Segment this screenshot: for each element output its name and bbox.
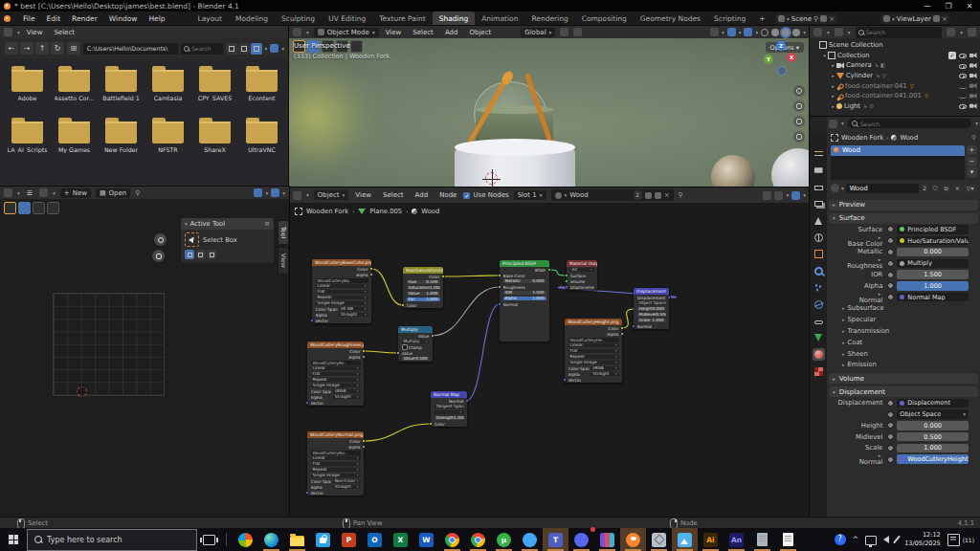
tab-compositing[interactable]: Compositing [575, 11, 634, 26]
taskbar-icon-teams[interactable]: T [543, 528, 568, 551]
dropdown-field[interactable]: Repeat▾ [316, 296, 368, 300]
properties-tab-view-layer[interactable] [813, 198, 825, 210]
hidden-eye-toggle[interactable] [959, 94, 967, 99]
input-socket[interactable] [498, 302, 501, 306]
node-header[interactable]: WoodCutleryNormal.png [307, 431, 364, 438]
properties-tab-output[interactable] [813, 181, 825, 193]
material-slots-list[interactable]: Wood [831, 145, 965, 180]
node-canvas[interactable]: Wooden Fork›Plane.005›Wood WoodCutleryBa… [289, 203, 810, 517]
expand-caret[interactable]: ▾ [821, 53, 828, 58]
dropdown-field[interactable]: sRGB▾ [590, 366, 618, 371]
dropdown-field[interactable]: Straight▾ [333, 485, 361, 490]
fake-user-shield-icon[interactable] [645, 192, 652, 199]
folder-item[interactable]: LA_AI_Scripts [4, 118, 51, 167]
browse-material-icon[interactable] [831, 184, 839, 192]
breadcrumb-item[interactable]: Wood [421, 208, 439, 215]
subpanel-subsurface[interactable]: ▸Subsurface [829, 303, 978, 315]
menu-add[interactable]: Add [413, 191, 431, 199]
taskbar-icon-utorrent[interactable]: µ [491, 528, 517, 551]
tab-layout[interactable]: Layout [190, 11, 229, 26]
toggle-grid-icon[interactable] [793, 131, 805, 143]
dropdown-field[interactable]: Repeat▾ [311, 378, 361, 383]
hidden-eye-toggle[interactable] [959, 84, 967, 89]
linked-node-field[interactable]: Normal Map [897, 293, 969, 302]
slot-dropdown[interactable]: Slot 1▾ [514, 190, 546, 200]
input-socket[interactable] [565, 274, 568, 277]
hide-eye-toggle[interactable] [959, 104, 967, 109]
breadcrumb-item[interactable]: Plane.005 [369, 208, 402, 215]
editor-type-icon[interactable] [829, 120, 837, 128]
select-circle-tool-button[interactable] [33, 202, 45, 214]
users-count-button[interactable]: 2 [921, 184, 929, 193]
folder-item[interactable]: Camtasia [145, 66, 191, 116]
forward-button[interactable]: → [20, 42, 33, 55]
node-header[interactable]: Hue/Saturation/Value [403, 267, 443, 274]
menu-view[interactable]: View [384, 29, 404, 36]
render-visibility-toggle[interactable] [969, 61, 977, 69]
dropdown-field[interactable]: Straight▾ [339, 313, 368, 318]
taskbar-icon-gray-box-app[interactable] [646, 528, 672, 551]
properties-search-input[interactable]: Search [848, 119, 971, 128]
fold-caret[interactable]: ▸ [829, 256, 880, 262]
value-slider[interactable]: 1.000 [897, 444, 969, 453]
value-field[interactable]: Metallic0.000 [503, 279, 546, 284]
snap-icon[interactable] [774, 191, 783, 200]
preview-sphere-textured[interactable] [711, 155, 755, 187]
subpanel-specular[interactable]: ▸Specular [829, 314, 978, 325]
node-header[interactable]: Principled BSDF [500, 260, 549, 267]
menu-window[interactable]: Window [104, 14, 143, 23]
new-scene-icon[interactable] [820, 15, 827, 22]
input-socket[interactable] [305, 491, 309, 495]
input-socket[interactable] [632, 324, 635, 328]
image-datablock-icon[interactable] [39, 188, 48, 197]
fold-caret[interactable]: ▸ [829, 291, 880, 297]
fold-caret[interactable]: ▸ [829, 234, 880, 240]
menu-edit[interactable]: Edit [42, 14, 66, 23]
editor-type-icon[interactable] [4, 28, 12, 36]
slot-specials-button[interactable]: ▾ [967, 167, 977, 177]
axis-x[interactable]: X [787, 53, 796, 62]
unpin-icon[interactable]: ⚲ [813, 15, 818, 23]
input-socket[interactable] [565, 285, 568, 289]
new-viewlayer-icon[interactable] [933, 15, 940, 22]
taskbar-icon-ms-store[interactable] [310, 528, 336, 551]
folder-item[interactable]: Battlefield 1 [98, 66, 145, 116]
output-socket[interactable] [431, 334, 434, 338]
navigation-gizmo[interactable]: Z Y X [764, 41, 798, 76]
image-datablock-field[interactable]: WoodCutleryRo.. [311, 361, 361, 365]
gizmos-icon[interactable] [727, 28, 736, 36]
editor-type-icon[interactable] [293, 191, 301, 200]
search-input[interactable]: Search [181, 43, 223, 55]
outliner-row[interactable]: ▸Camera↳ ◧ [810, 60, 980, 71]
menu-object[interactable]: Object [467, 29, 493, 36]
image-datablock-field[interactable]: WoodCutleryHe.. [568, 338, 619, 342]
pen-icon[interactable] [893, 536, 901, 544]
render-visibility-toggle[interactable] [969, 92, 977, 99]
dropdown-field[interactable]: All▾ [570, 268, 594, 273]
output-socket[interactable] [620, 332, 624, 336]
linked-node-field[interactable]: WoodCutleryHeight.p... [897, 454, 969, 464]
new-material-icon[interactable] [655, 192, 661, 199]
unlink-icon[interactable]: × [664, 191, 670, 199]
axis-z[interactable]: Z [776, 41, 786, 51]
tab-geometry-nodes[interactable]: Geometry Nodes [634, 11, 707, 26]
output-socket[interactable] [362, 445, 366, 449]
value-field[interactable]: Scale1.000 [637, 319, 666, 323]
up-button[interactable]: ↑ [35, 42, 49, 55]
folder-item[interactable]: CPY_SAVES [191, 66, 238, 116]
dropdown-field[interactable]: Linear▾ [311, 366, 361, 371]
subpanel-coat[interactable]: ▸Coat [829, 337, 978, 348]
input-socket[interactable] [563, 378, 567, 382]
folder-item[interactable]: NFSTR [145, 118, 191, 167]
taskbar-icon-chrome-profile[interactable] [465, 528, 491, 551]
dropdown-field[interactable]: Object Space▾ [897, 409, 969, 419]
folder-item[interactable]: Adobe [4, 66, 51, 116]
editor-type-icon[interactable] [813, 28, 822, 36]
unlink-icon[interactable]: × [952, 184, 962, 193]
output-socket[interactable] [369, 267, 373, 271]
properties-tab-world[interactable] [813, 231, 825, 244]
taskbar-icon-copilot[interactable] [233, 528, 258, 551]
network-icon[interactable] [865, 536, 877, 545]
node-header[interactable]: Normal Map [431, 391, 467, 398]
value-slider[interactable]: 0.500 [897, 432, 969, 442]
